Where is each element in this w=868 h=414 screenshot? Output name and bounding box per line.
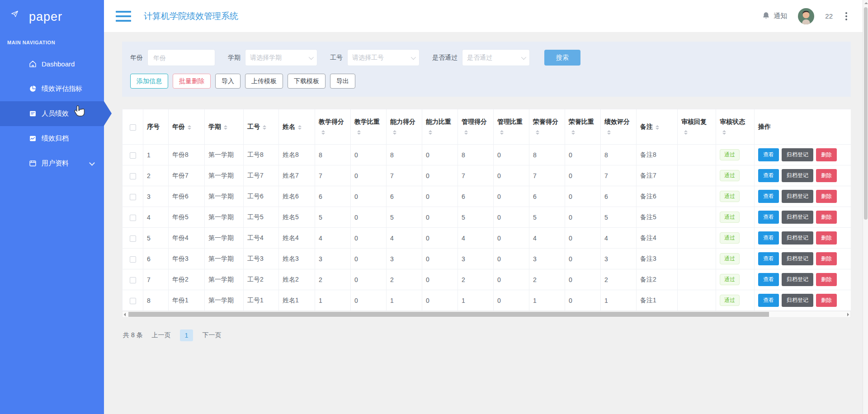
row-checkbox[interactable] (130, 277, 136, 283)
hamburger-menu-icon[interactable] (116, 11, 131, 22)
column-header[interactable]: 能力得分 (387, 109, 422, 145)
column-header[interactable]: 荣誉比重 (565, 109, 601, 145)
import-button[interactable]: 导入 (215, 74, 241, 89)
column-header[interactable]: 年份 (169, 109, 205, 145)
avatar[interactable] (798, 8, 814, 24)
column-header[interactable]: 管理得分 (458, 109, 494, 145)
sort-icon[interactable] (536, 130, 539, 135)
archive-register-button[interactable]: 归档登记 (782, 252, 813, 265)
archive-register-button[interactable]: 归档登记 (782, 169, 813, 182)
sort-icon[interactable] (656, 125, 659, 130)
search-button[interactable]: 搜索 (544, 50, 580, 66)
view-button[interactable]: 查看 (758, 190, 779, 203)
download-template-button[interactable]: 下载模板 (288, 74, 326, 89)
table-cell: 0 (351, 249, 387, 269)
select-all-checkbox[interactable] (130, 124, 136, 131)
row-checkbox[interactable] (130, 298, 136, 304)
scroll-left-arrow-icon[interactable] (124, 313, 126, 316)
column-header[interactable]: 工号 (244, 109, 279, 145)
vertical-scrollbar[interactable] (863, 0, 868, 414)
sort-icon[interactable] (188, 125, 191, 130)
column-header[interactable]: 姓名 (279, 109, 315, 145)
archive-register-button[interactable]: 归档登记 (782, 273, 813, 286)
delete-button[interactable]: 删除 (816, 231, 837, 245)
archive-register-button[interactable]: 归档登记 (782, 190, 813, 203)
sort-icon[interactable] (393, 130, 396, 135)
delete-button[interactable]: 删除 (816, 190, 837, 203)
horizontal-scrollbar-thumb[interactable] (128, 312, 769, 317)
row-checkbox[interactable] (130, 194, 136, 200)
delete-button[interactable]: 删除 (816, 169, 837, 182)
sort-icon[interactable] (571, 130, 575, 135)
sort-icon[interactable] (684, 130, 688, 135)
upload-template-button[interactable]: 上传模板 (245, 74, 283, 89)
view-button[interactable]: 查看 (758, 294, 779, 307)
year-filter-input[interactable] (147, 49, 215, 66)
sort-icon[interactable] (464, 130, 468, 135)
archive-register-button[interactable]: 归档登记 (782, 148, 813, 161)
delete-button[interactable]: 删除 (816, 273, 837, 286)
prev-page-button[interactable]: 上一页 (152, 331, 171, 339)
page-number-1[interactable]: 1 (180, 329, 193, 341)
kebab-menu-icon[interactable] (844, 10, 849, 22)
view-button[interactable]: 查看 (758, 169, 779, 182)
sort-icon[interactable] (722, 130, 726, 135)
vertical-scrollbar-thumb[interactable] (864, 7, 868, 220)
sidebar-item-dashboard[interactable]: Dashboard (0, 52, 104, 76)
sort-icon[interactable] (429, 130, 432, 135)
sidebar-item-label: 用户资料 (42, 159, 69, 168)
archive-register-button[interactable]: 归档登记 (782, 294, 813, 307)
export-button[interactable]: 导出 (330, 74, 355, 89)
column-header[interactable]: 荣誉得分 (529, 109, 565, 145)
sort-icon[interactable] (607, 130, 611, 135)
semester-select[interactable]: 请选择学期 (245, 49, 317, 66)
row-checkbox[interactable] (130, 152, 136, 159)
staff-no-select[interactable]: 请选择工号 (347, 49, 420, 66)
sidebar-item-kpi-indicators[interactable]: 绩效评估指标 (0, 76, 104, 101)
table-cell: 0 (565, 249, 601, 269)
row-checkbox[interactable] (130, 256, 136, 263)
view-button[interactable]: 查看 (758, 231, 779, 245)
sidebar-item-performance-archive[interactable]: 绩效归档 (0, 126, 104, 151)
column-header[interactable]: 学期 (205, 109, 244, 145)
delete-button[interactable]: 删除 (816, 211, 837, 224)
archive-register-button[interactable]: 归档登记 (782, 231, 813, 245)
sort-icon[interactable] (357, 130, 361, 135)
app-logo[interactable]: paper (0, 0, 104, 33)
delete-button[interactable]: 删除 (816, 148, 837, 161)
scroll-right-arrow-icon[interactable] (847, 313, 849, 316)
horizontal-scrollbar[interactable] (122, 311, 851, 318)
sort-icon[interactable] (321, 130, 325, 135)
sort-icon[interactable] (298, 125, 302, 130)
column-header[interactable]: 绩效评分 (601, 109, 637, 145)
view-button[interactable]: 查看 (758, 211, 779, 224)
scroll-up-arrow-icon[interactable] (864, 2, 868, 4)
column-header[interactable]: 管理比重 (494, 109, 529, 145)
sidebar-item-user-profile[interactable]: 用户资料 (0, 151, 104, 176)
next-page-button[interactable]: 下一页 (202, 331, 221, 339)
sort-icon[interactable] (263, 125, 266, 130)
add-info-button[interactable]: 添加信息 (130, 74, 168, 89)
delete-button[interactable]: 删除 (816, 252, 837, 265)
row-checkbox[interactable] (130, 215, 136, 221)
table-cell: 年份6 (169, 186, 205, 207)
view-button[interactable]: 查看 (758, 273, 779, 286)
row-checkbox[interactable] (130, 235, 136, 242)
archive-register-button[interactable]: 归档登记 (782, 211, 813, 224)
column-header[interactable]: 教学比重 (351, 109, 387, 145)
row-checkbox[interactable] (130, 173, 136, 179)
passed-select[interactable]: 是否通过 (462, 49, 530, 66)
batch-delete-button[interactable]: 批量删除 (173, 74, 211, 89)
view-button[interactable]: 查看 (758, 252, 779, 265)
sidebar-item-personnel-performance[interactable]: 人员绩效 (0, 101, 104, 126)
column-header[interactable]: 能力比重 (422, 109, 458, 145)
column-header[interactable]: 备注 (637, 109, 678, 145)
column-header[interactable]: 审核状态 (716, 109, 755, 145)
sort-icon[interactable] (500, 130, 504, 135)
column-header[interactable]: 教学得分 (315, 109, 351, 145)
sort-icon[interactable] (224, 125, 227, 130)
column-header[interactable]: 审核回复 (678, 109, 716, 145)
notifications-button[interactable]: 通知 (762, 11, 787, 21)
view-button[interactable]: 查看 (758, 148, 779, 161)
delete-button[interactable]: 删除 (816, 294, 837, 307)
